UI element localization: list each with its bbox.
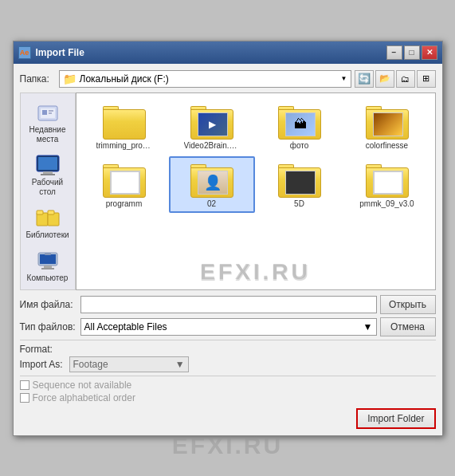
main-area: Недавние места Рабочий стол <box>20 92 436 290</box>
view-toggle-button[interactable]: ⊞ <box>417 70 436 88</box>
minimize-button[interactable]: − <box>386 45 402 60</box>
file-label-6: 5D <box>294 199 304 208</box>
file-item-4[interactable]: programm <box>81 156 167 213</box>
bottom-btn-row: Import Folder <box>20 408 436 429</box>
file-item-5[interactable]: 👤 02 <box>169 156 255 213</box>
folder-icon: 📁 <box>63 73 76 85</box>
open-button[interactable]: Открыть <box>380 295 436 314</box>
file-item-3[interactable]: colorfinesse <box>344 98 430 155</box>
folder-icon-3 <box>365 103 410 140</box>
folder-label: Папка: <box>20 73 56 85</box>
filetype-select[interactable]: All Acceptable Files ▼ <box>80 318 377 336</box>
sidebar-item-desktop[interactable]: Рабочий стол <box>22 149 73 200</box>
svg-rect-14 <box>40 254 56 264</box>
sequence-label: Sequence not available <box>33 380 132 391</box>
separator-1 <box>20 340 436 340</box>
toolbar-nav-buttons: 🔄 📂 🗂 ⊞ <box>355 70 436 88</box>
svg-rect-15 <box>44 266 52 268</box>
app-icon: Ae <box>18 46 31 59</box>
back-icon: 🔄 <box>358 73 371 85</box>
title-bar: Ae Import File − □ ✕ <box>14 41 442 64</box>
filetype-value: All Acceptable Files <box>84 321 167 332</box>
svg-rect-3 <box>49 110 53 112</box>
file-item-2[interactable]: 🏔 фото <box>257 98 343 155</box>
svg-rect-4 <box>49 112 52 114</box>
folder-icon-4 <box>102 161 147 198</box>
dropdown-arrow-icon: ▼ <box>341 75 347 82</box>
filetype-label: Тип файлов: <box>20 321 77 332</box>
separator-2 <box>20 376 436 376</box>
current-path: Локальный диск (F:) <box>80 73 169 85</box>
filename-label: Имя файла: <box>20 299 77 310</box>
new-folder-icon: 🗂 <box>401 74 410 84</box>
file-item-6[interactable]: 5D <box>257 156 343 213</box>
sidebar-recent-label: Недавние места <box>24 125 72 144</box>
watermark: EFXI.RU <box>76 259 435 286</box>
force-label: Force alphabetical order <box>33 392 135 403</box>
path-dropdown[interactable]: 📁 Локальный диск (F:) ▼ <box>59 70 351 88</box>
file-label-7: pmmk_09_v3.0 <box>359 199 414 208</box>
file-label-2: фото <box>290 141 309 150</box>
maximize-button[interactable]: □ <box>404 45 420 60</box>
views-icon: ⊞ <box>422 73 430 84</box>
file-label-0: trimming_project <box>96 141 152 150</box>
new-folder-button[interactable]: 🗂 <box>396 70 415 88</box>
file-item-7[interactable]: pmmk_09_v3.0 <box>344 156 430 213</box>
force-checkbox[interactable] <box>20 393 29 403</box>
dialog-body: Папка: 📁 Локальный диск (F:) ▼ 🔄 📂 🗂 ⊞ <box>14 64 442 435</box>
filename-row: Имя файла: Открыть <box>20 295 436 314</box>
filename-input[interactable] <box>80 296 377 313</box>
import-as-dropdown-icon: ▼ <box>175 359 185 370</box>
desktop-icon <box>33 152 62 178</box>
svg-rect-17 <box>45 253 51 255</box>
svg-rect-16 <box>41 268 54 269</box>
up-folder-icon: 📂 <box>379 73 390 84</box>
file-item-0[interactable]: trimming_project <box>81 98 167 155</box>
svg-rect-7 <box>43 171 53 174</box>
back-button[interactable]: 🔄 <box>355 70 374 88</box>
sidebar-item-library[interactable]: Библиотеки <box>22 202 73 243</box>
file-grid: trimming_project ▶ Video2Brain.Corr... <box>76 93 435 218</box>
cancel-button[interactable]: Отмена <box>380 317 436 336</box>
svg-rect-6 <box>38 157 57 170</box>
sidebar: Недавние места Рабочий стол <box>20 92 76 290</box>
folder-icon-5: 👤 <box>190 161 234 198</box>
sequence-checkbox[interactable] <box>20 380 29 390</box>
sidebar-item-recent[interactable]: Недавние места <box>22 96 73 148</box>
thumb-1: ▶ <box>198 113 227 136</box>
window-title: Import File <box>36 47 386 58</box>
svg-rect-12 <box>48 210 54 214</box>
import-as-row: Import As: Footage ▼ <box>20 356 436 372</box>
file-label-5: 02 <box>207 199 216 208</box>
sequence-row: Sequence not available <box>20 380 436 391</box>
filetype-row: Тип файлов: All Acceptable Files ▼ Отмен… <box>20 317 436 336</box>
folder-icon-7 <box>365 161 410 198</box>
file-item-1[interactable]: ▶ Video2Brain.Corr... <box>169 98 255 155</box>
sidebar-item-computer[interactable]: Компьютер <box>22 245 73 286</box>
import-as-value: Footage <box>73 359 108 370</box>
window-controls: − □ ✕ <box>386 45 437 60</box>
import-file-dialog: Ae Import File − □ ✕ Папка: 📁 Локальный … <box>13 41 443 436</box>
svg-rect-2 <box>42 110 47 115</box>
library-icon <box>33 205 62 230</box>
toolbar-row: Папка: 📁 Локальный диск (F:) ▼ 🔄 📂 🗂 ⊞ <box>20 70 436 88</box>
sidebar-library-label: Библиотеки <box>25 230 69 240</box>
sidebar-desktop-label: Рабочий стол <box>24 178 72 197</box>
sidebar-computer-label: Компьютер <box>27 273 69 283</box>
file-label-3: colorfinesse <box>366 141 408 150</box>
folder-icon-2: 🏔 <box>277 103 322 140</box>
watermark-text: EFXI.RU <box>14 432 442 459</box>
format-row: Format: <box>20 344 436 355</box>
thumb-5: 👤 <box>198 171 227 194</box>
svg-rect-10 <box>37 210 43 214</box>
close-button[interactable]: ✕ <box>422 45 437 60</box>
import-folder-button[interactable]: Import Folder <box>356 408 435 429</box>
folder-icon-0 <box>102 103 147 140</box>
file-area: trimming_project ▶ Video2Brain.Corr... <box>76 92 436 290</box>
import-as-label: Import As: <box>20 359 63 370</box>
folder-icon-6 <box>277 161 322 198</box>
format-label: Format: <box>20 344 53 355</box>
forward-button[interactable]: 📂 <box>375 70 394 88</box>
import-as-select[interactable]: Footage ▼ <box>69 356 189 372</box>
force-row: Force alphabetical order <box>20 392 436 403</box>
